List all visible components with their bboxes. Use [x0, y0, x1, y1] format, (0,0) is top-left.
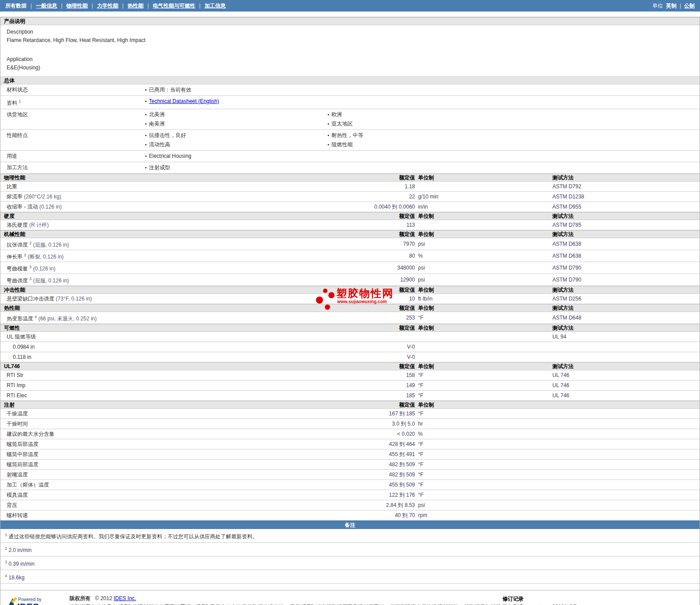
datasheet-link[interactable]: Technical Datasheet (English) — [149, 97, 219, 106]
property-row: 比重1.18ASTM D792 — [0, 182, 700, 192]
footer: Powered by IDES 版权所有 © 2012 IDES Inc. 此数… — [0, 590, 700, 605]
nav-item[interactable]: 电气性能与可燃性 — [153, 2, 195, 10]
property-unit: °F — [415, 391, 552, 400]
column-header-value: 额定值 — [365, 401, 415, 409]
ides-logo: Powered by IDES — [4, 594, 69, 605]
column-header-unit: 单位制 — [415, 174, 552, 182]
property-label: 弯曲模量 3 (0.126 in) — [0, 262, 365, 274]
property-test-method: ASTM D790 — [552, 263, 700, 273]
property-row: 干燥时间3.0 到 5.0hr — [0, 419, 700, 429]
general-rows: 材料状态•已商用：当前有效资料 1•Technical Datasheet (E… — [0, 84, 700, 174]
property-row: RTI Elec185°FUL 746 — [0, 391, 700, 401]
column-header-test: 测试方法 — [552, 231, 700, 238]
property-row: 洛氏硬度 (R 计秤)113ASTM D785 — [0, 220, 700, 230]
bullet-text: 已商用：当前有效 — [149, 85, 191, 95]
bullet-icon: • — [325, 131, 331, 140]
notes-header-bar: 备注 — [0, 521, 700, 529]
property-unit: in/in — [415, 202, 552, 212]
section-title: 冲击性能 — [0, 286, 365, 294]
property-value: 80 — [365, 251, 415, 261]
property-value: 7970 — [365, 239, 415, 249]
property-row: 弯曲强度 3 (屈服, 0.126 in)12900psiASTM D790 — [0, 274, 700, 286]
property-row: 熔流率 (260°C/2.16 kg)22g/10 minASTM D1238 — [0, 192, 700, 202]
property-label: 螺筒前部温度 — [0, 460, 365, 469]
column-header-unit: 单位制 — [415, 363, 552, 370]
unit-label: 单位 — [652, 2, 663, 10]
nav-item[interactable]: 热性能 — [128, 2, 144, 10]
note-text: 通过这些链接您能够访问供应商资料。我们尽量保证及时更新资料；不过您可以从供应商处… — [7, 533, 258, 540]
bullet-item: •已商用：当前有效 — [143, 85, 325, 95]
column-header-test: 测试方法 — [552, 174, 700, 182]
unit-option-imperial[interactable]: 英制 — [666, 2, 677, 10]
section-column-header: 注射额定值单位制 — [0, 401, 700, 409]
general-col2 — [325, 85, 700, 95]
unit-switcher: 单位 英制 | 公制 — [652, 2, 695, 10]
nav-item[interactable]: 加工信息 — [205, 2, 226, 10]
property-test-method: ASTM D792 — [552, 182, 700, 191]
property-condition: (屈服, 0.126 in) — [31, 278, 69, 284]
bullet-text: 南美洲 — [149, 119, 165, 129]
property-row: 悬壁梁缺口冲击强度 (73°F, 0.126 in)10ft·lb/inASTM… — [0, 294, 700, 304]
property-row: 螺筒中部温度455 到 491°F — [0, 449, 700, 460]
nav-item[interactable]: 物理性能 — [66, 2, 88, 10]
property-label: 建议的最大水分含量 — [0, 429, 365, 439]
property-test-method: UL 746 — [552, 391, 700, 400]
section-title: 物理性能 — [0, 174, 365, 182]
general-row: 供货地区•北美洲•南美洲•欧洲•亚太地区 — [0, 109, 700, 130]
property-value: 3.0 到 5.0 — [365, 419, 415, 429]
ides-logo-graphic: Powered by IDES — [4, 595, 61, 605]
note-text: 0.39 in/min — [7, 561, 34, 567]
property-label: 螺杆转速 — [0, 510, 365, 520]
property-value: 40 到 70 — [365, 510, 415, 520]
property-label: 弯曲强度 3 (屈服, 0.126 in) — [0, 274, 365, 285]
property-row: 热变形温度 4 (66 psi, 未退火, 0.252 in)253°FASTM… — [0, 312, 700, 324]
property-unit: °F — [415, 409, 552, 419]
property-row: 螺杆转速40 到 70rpm — [0, 510, 700, 521]
column-header-value: 额定值 — [365, 174, 415, 182]
property-row: 干燥温度167 到 185°F — [0, 409, 700, 419]
property-value: 0.0040 到 0.0060 — [365, 202, 415, 212]
unit-option-metric[interactable]: 公制 — [684, 2, 695, 10]
general-col1: •北美洲•南美洲 — [143, 110, 325, 129]
section-column-header: 机械性能额定值单位制测试方法 — [0, 230, 700, 238]
column-header-unit: 单位制 — [415, 324, 552, 332]
property-condition: (0.126 in) — [31, 266, 55, 272]
column-header-value: 额定值 — [365, 213, 415, 220]
note-row: 3 0.39 in/min — [0, 556, 700, 570]
property-unit: °F — [415, 381, 552, 390]
property-label: 伸长率 2 (断裂, 0.126 in) — [0, 250, 365, 262]
nav-item[interactable]: 力学性能 — [97, 2, 118, 10]
bullet-item: •阻燃性能 — [325, 140, 700, 149]
section-header-product: 产品说明 — [0, 17, 700, 25]
property-unit: °F — [415, 460, 552, 469]
property-test-method: UL 746 — [552, 370, 700, 380]
property-label: RTI Imp — [0, 381, 365, 390]
nav-separator: | — [199, 3, 201, 9]
property-label: 模具温度 — [0, 490, 365, 500]
property-row: 加工（熔体）温度455 到 509°F — [0, 480, 700, 490]
nav-item[interactable]: 所有数据 — [5, 2, 27, 10]
revision-block: 修订记录 添加到 Prospector： 2010年3月 上次更新： 2010/… — [502, 594, 696, 605]
property-row: 抗张强度 2 (屈服, 0.126 in)7970psiASTM D638 — [0, 238, 700, 250]
property-test-method: UL 746 — [552, 381, 700, 390]
property-unit: °F — [415, 313, 552, 323]
ides-inc-link[interactable]: IDES Inc. — [114, 595, 136, 601]
nav-item[interactable]: 一般信息 — [36, 2, 57, 10]
bullet-text: Electrical Housing — [149, 152, 191, 161]
bullet-icon: • — [143, 85, 149, 95]
property-condition: (73°F, 0.126 in) — [56, 296, 92, 302]
column-header-test: 测试方法 — [552, 304, 700, 312]
property-value: 10 — [365, 294, 415, 304]
property-unit: °F — [415, 480, 552, 490]
column-header-unit: 单位制 — [415, 286, 552, 294]
note-row: 4 18.6kg — [0, 570, 700, 584]
bullet-icon: • — [143, 110, 149, 119]
property-label: 干燥时间 — [0, 419, 365, 429]
section-column-header: 可燃性额定值单位制测试方法 — [0, 324, 700, 332]
property-test-method: ASTM D648 — [552, 313, 700, 323]
bullet-text: 北美洲 — [149, 110, 165, 119]
property-condition: (断裂, 0.126 in) — [26, 254, 64, 260]
property-unit: psi — [415, 500, 552, 510]
product-description-block: Description Flame Retardance, High Flow,… — [0, 25, 700, 76]
property-condition: (R 计秤) — [29, 222, 49, 228]
